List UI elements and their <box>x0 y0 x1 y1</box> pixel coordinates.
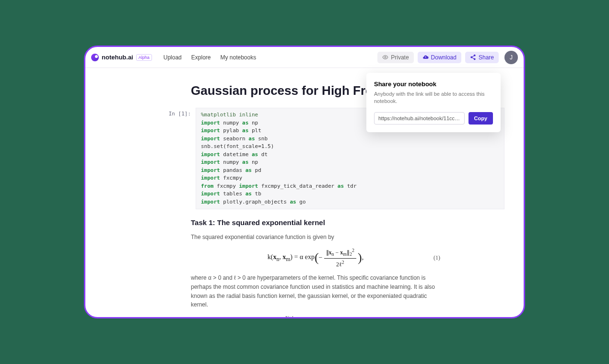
code-text: dt <box>258 151 268 158</box>
task1-p3: Below you are given a vector Xp ∈ ℝN×1 o… <box>191 314 440 317</box>
share-button[interactable]: Share <box>465 52 499 63</box>
code-kw: import <box>201 136 220 142</box>
code-kw: as <box>242 120 248 126</box>
share-url-input[interactable] <box>374 112 465 125</box>
brand[interactable]: notehub.ai Alpha <box>91 54 152 61</box>
svg-line-4 <box>472 56 474 57</box>
code-kw: import <box>201 159 220 165</box>
code-kw: as <box>246 167 252 173</box>
code-text: pylab <box>220 127 242 134</box>
code-text: numpy <box>220 159 242 165</box>
eye-icon <box>382 54 388 60</box>
code-kw: from <box>201 183 214 189</box>
code-kw: import <box>239 183 258 189</box>
code-text: fxcmpy <box>220 175 242 181</box>
main-nav: Upload Explore My notebooks <box>164 54 256 61</box>
topbar: notehub.ai Alpha Upload Explore My noteb… <box>85 47 524 68</box>
code-kw: as <box>248 136 255 142</box>
private-label: Private <box>391 54 409 61</box>
equation-number: (1) <box>433 253 440 262</box>
cell-prompt: In [1]: <box>162 108 191 209</box>
code-text: plt <box>248 127 261 134</box>
code-kw: as <box>246 191 252 197</box>
code-kw: as <box>290 199 296 205</box>
code-text: pd <box>252 167 261 173</box>
share-icon <box>470 54 476 60</box>
code-text: np <box>248 159 258 165</box>
cloud-download-icon <box>422 54 429 60</box>
code-kw: as <box>242 159 248 165</box>
app-window: notehub.ai Alpha Upload Explore My noteb… <box>84 46 525 318</box>
share-title: Share your notebook <box>374 80 493 88</box>
code-kw: as <box>242 127 248 134</box>
avatar-initial: J <box>510 54 513 61</box>
svg-point-0 <box>385 57 386 58</box>
code-text: tdr <box>344 183 357 189</box>
text-fragment: Below you are given a vector <box>191 317 266 317</box>
download-label: Download <box>431 54 457 61</box>
text-fragment: of <box>294 317 302 317</box>
code-kw: import <box>201 151 220 158</box>
code-kw: as <box>338 183 344 189</box>
private-button[interactable]: Private <box>377 52 413 63</box>
code-kw: import <box>201 191 220 197</box>
task1-p2: where α > 0 and ℓ > 0 are hyperparameter… <box>191 273 440 309</box>
code-text: snb <box>255 136 268 142</box>
toolbar-actions: Private Download Share J <box>377 51 518 64</box>
code-line: snb.set(font_scale=1.5) <box>201 143 274 149</box>
share-label: Share <box>479 54 494 61</box>
brand-name: notehub.ai <box>102 54 133 61</box>
avatar[interactable]: J <box>504 51 518 64</box>
code-text: tb <box>252 191 261 197</box>
download-button[interactable]: Download <box>418 52 461 63</box>
equation-1: k(xn, xm) = α exp ( − ‖xn − xm‖22 2ℓ2 ) … <box>191 247 440 269</box>
code-text: pandas <box>220 167 246 173</box>
nav-explore[interactable]: Explore <box>191 54 211 61</box>
code-kw: import <box>201 175 220 181</box>
code-text: fxcmpy <box>214 183 239 189</box>
code-kw: import <box>201 199 220 205</box>
code-text: np <box>248 120 258 126</box>
copy-button[interactable]: Copy <box>468 112 493 125</box>
code-kw: as <box>252 151 258 158</box>
code-line: %matplotlib inline <box>201 112 258 118</box>
code-text: numpy <box>220 120 242 126</box>
code-kw: import <box>201 167 220 173</box>
task1-p1: The squared exponential covariance funct… <box>191 233 440 242</box>
code-text: go <box>296 199 306 205</box>
nav-mynotebooks[interactable]: My notebooks <box>220 54 256 61</box>
brand-logo-icon <box>91 54 99 61</box>
share-popover: Share your notebook Anybody with the lin… <box>366 73 501 132</box>
share-desc: Anybody with the link will be able to ac… <box>374 91 493 105</box>
alpha-badge: Alpha <box>136 54 152 61</box>
nav-upload[interactable]: Upload <box>164 54 182 61</box>
code-text: tables <box>220 191 246 197</box>
code-text: fxcmpy_tick_data_reader <box>258 183 338 189</box>
task1-section: Task 1: The squared exponential kernel T… <box>191 217 440 317</box>
code-kw: import <box>201 127 220 134</box>
svg-line-5 <box>472 57 474 59</box>
code-text: plotly.graph_objects <box>220 199 290 205</box>
code-text: seaborn <box>220 136 249 142</box>
code-kw: import <box>201 120 220 126</box>
task1-heading: Task 1: The squared exponential kernel <box>191 217 440 228</box>
code-text: datetime <box>220 151 252 158</box>
